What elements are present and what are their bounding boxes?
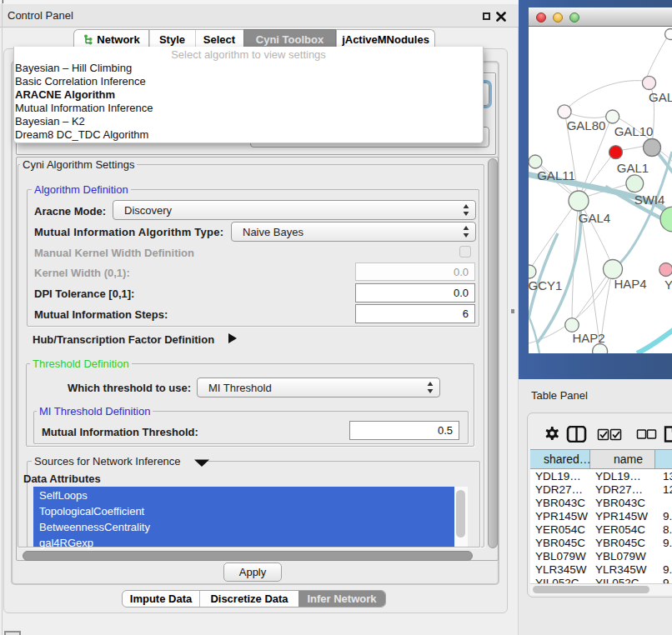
svg-text:HAP4: HAP4 bbox=[614, 277, 646, 291]
svg-text:GAL4: GAL4 bbox=[579, 211, 610, 225]
svg-text:HAP2: HAP2 bbox=[572, 331, 604, 345]
svg-text:GAL10: GAL10 bbox=[614, 124, 654, 138]
svg-text:GCY1: GCY1 bbox=[529, 278, 562, 292]
svg-text:YJ: YJ bbox=[664, 278, 672, 292]
svg-text:GAL7: GAL7 bbox=[649, 90, 672, 104]
svg-text:GAL80: GAL80 bbox=[567, 118, 606, 132]
svg-text:SWI4: SWI4 bbox=[634, 192, 665, 207]
svg-text:GAL11: GAL11 bbox=[537, 168, 575, 182]
svg-text:GAL1: GAL1 bbox=[617, 161, 649, 175]
